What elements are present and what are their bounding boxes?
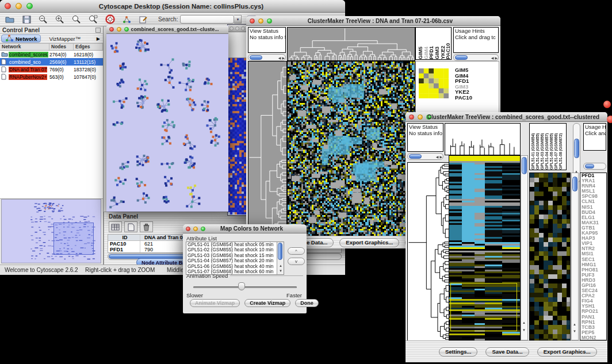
scroll-up-icon[interactable]: ▲	[573, 323, 576, 326]
gene-dendrogram-canvas[interactable]	[248, 61, 287, 237]
zoom-selected-icon[interactable]	[86, 14, 100, 25]
network-name: combined_sco	[9, 59, 49, 65]
array-dendrogram-canvas[interactable]	[445, 123, 521, 155]
minimize-button[interactable]	[418, 114, 423, 120]
help-icon[interactable]	[103, 14, 117, 25]
network-row[interactable]: RNAPuberNov2+563(0)107847(0)	[0, 73, 103, 81]
gene-dendrogram-canvas[interactable]	[407, 162, 450, 342]
animate-vizmap-button[interactable]: Animate Vizmap	[190, 299, 240, 307]
scroll-right-icon[interactable]: ▶	[494, 56, 498, 60]
network-row[interactable]: DNA and Tran 07769(0)183728(0)	[0, 66, 103, 73]
col-nodes[interactable]: Nodes	[49, 44, 74, 50]
scroll-up-icon[interactable]: ▲	[522, 321, 526, 324]
network-overview-panel[interactable]	[1, 199, 101, 263]
treeview-combined-title: ClusterMaker TreeView : combined_scores_…	[425, 114, 602, 120]
delete-icon[interactable]	[140, 221, 153, 232]
grid-icon[interactable]	[109, 221, 122, 232]
minimize-button[interactable]	[258, 18, 263, 24]
close-button[interactable]	[5, 3, 11, 9]
scroll-left-icon[interactable]: ◀	[491, 56, 495, 60]
background-close-icon[interactable]	[607, 116, 612, 123]
network-view-titlebar[interactable]: combined_scores_good.txt--cluste...	[106, 25, 228, 34]
usage-hints-scrollbar[interactable]: ◀ ▶	[453, 54, 499, 61]
speed-slider-thumb[interactable]	[238, 282, 245, 290]
search-input[interactable]	[180, 15, 234, 24]
scroll-down-icon[interactable]: ▼	[522, 328, 526, 332]
zoom-fit-icon[interactable]	[70, 14, 83, 25]
scrollbar-thumb[interactable]	[409, 154, 422, 159]
search-dropdown-button[interactable]: ▼	[234, 15, 242, 24]
close-button[interactable]	[409, 114, 414, 120]
scrollbar-thumb[interactable]	[572, 177, 577, 191]
scrollbar-thumb[interactable]	[585, 164, 594, 168]
view-status-scrollbar[interactable]: ◀ ▶	[407, 153, 443, 160]
network-row[interactable]: combined_scores2764(0)16218(0)	[0, 51, 103, 58]
zoom-in-icon[interactable]	[53, 14, 67, 25]
col-id[interactable]: ID	[108, 235, 140, 240]
scroll-left-icon[interactable]: ◀	[435, 155, 439, 159]
treeview-dna-titlebar[interactable]: ClusterMaker TreeView : DNA and Tran 07-…	[246, 16, 500, 26]
similarity-matrix-canvas[interactable]	[419, 68, 449, 98]
zoom-button[interactable]	[241, 26, 245, 30]
attribute-list-scrollbar[interactable]: ▲ ▼	[277, 242, 284, 274]
close-button[interactable]	[186, 227, 190, 231]
scrollbar-thumb[interactable]	[574, 139, 579, 158]
scroll-down-icon[interactable]: ▼	[573, 329, 576, 333]
attribute-listbox[interactable]: GPL51-01 (GSM854) heat shock 05 minGPL51…	[186, 242, 284, 275]
network-row[interactable]: combined_sco2569(6)13112(15)	[0, 58, 103, 66]
close-button[interactable]	[250, 18, 255, 24]
close-button[interactable]	[230, 26, 234, 30]
network-view-canvas[interactable]	[106, 34, 228, 212]
network-icon[interactable]	[120, 14, 133, 25]
move-up-button[interactable]: ^	[288, 247, 305, 255]
speed-slider-track[interactable]	[193, 286, 297, 288]
gene-label[interactable]: MON2	[582, 335, 606, 340]
done-button[interactable]: Done	[295, 299, 319, 307]
create-vizmap-button[interactable]: Create Vizmap	[244, 299, 290, 307]
export-graphics-button[interactable]: Export Graphics...	[339, 238, 399, 247]
zoom-heatmap-canvas[interactable]	[529, 173, 571, 342]
tab-vizmapper[interactable]: VizMapper™	[49, 36, 81, 42]
gene-label[interactable]: PAC10	[455, 95, 472, 101]
scroll-right-icon[interactable]: ▶	[439, 155, 443, 159]
save-data-button[interactable]: Save Data...	[485, 347, 529, 357]
annotation-icon[interactable]	[136, 14, 150, 25]
array-dendrogram-canvas[interactable]	[287, 27, 415, 61]
tabs-overflow-arrow[interactable]: ▶	[97, 36, 100, 41]
dialog-titlebar[interactable]: Map Colors to Network	[183, 224, 307, 233]
overview-viewport-rect[interactable]	[53, 223, 94, 255]
export-graphics-button[interactable]: Export Graphics...	[537, 347, 597, 357]
background-close-icon[interactable]	[603, 101, 611, 108]
view-status-scrollbar[interactable]: ◀ ▶	[248, 54, 286, 61]
genelist-vscrollbar[interactable]: ▲ ▼	[571, 173, 579, 340]
col-edges[interactable]: Edges	[74, 44, 103, 50]
scroll-up-icon[interactable]: ▲	[279, 264, 282, 267]
tab-network[interactable]: Network	[1, 35, 41, 43]
close-button[interactable]	[109, 27, 114, 32]
move-down-button[interactable]: v	[288, 258, 305, 265]
scrollbar-thumb[interactable]	[522, 157, 527, 174]
treeview-combined-titlebar[interactable]: ClusterMaker TreeView : combined_scores_…	[406, 112, 607, 122]
scrollbar-thumb[interactable]	[278, 243, 282, 260]
new-doc-icon[interactable]	[124, 221, 137, 232]
folder-icon	[0, 52, 9, 57]
heatmap-vscrollbar[interactable]: ▲ ▼	[521, 155, 528, 340]
scrollbar-thumb[interactable]	[250, 55, 262, 60]
settings-button[interactable]: Settings...	[439, 347, 477, 357]
minimize-button[interactable]	[193, 227, 198, 231]
col-network[interactable]: Network	[0, 44, 49, 50]
minimize-button[interactable]	[117, 27, 121, 32]
usage-hints-scrollbar[interactable]	[583, 163, 606, 170]
main-titlebar[interactable]: Cytoscape Desktop (Session Name: collins…	[0, 0, 345, 13]
scroll-right-icon[interactable]: ▶	[281, 56, 285, 60]
heatmap-canvas[interactable]	[287, 61, 415, 237]
minimize-button[interactable]	[16, 3, 22, 9]
zoom-out-icon[interactable]	[36, 14, 50, 25]
open-icon[interactable]	[3, 14, 17, 25]
scrollbar-thumb[interactable]	[455, 55, 468, 60]
float-panel-icon[interactable]	[95, 28, 101, 33]
minimize-button[interactable]	[235, 26, 239, 30]
save-icon[interactable]	[20, 14, 33, 25]
scroll-left-icon[interactable]: ◀	[278, 56, 282, 60]
heatmap-selection-rect[interactable]	[450, 283, 517, 331]
